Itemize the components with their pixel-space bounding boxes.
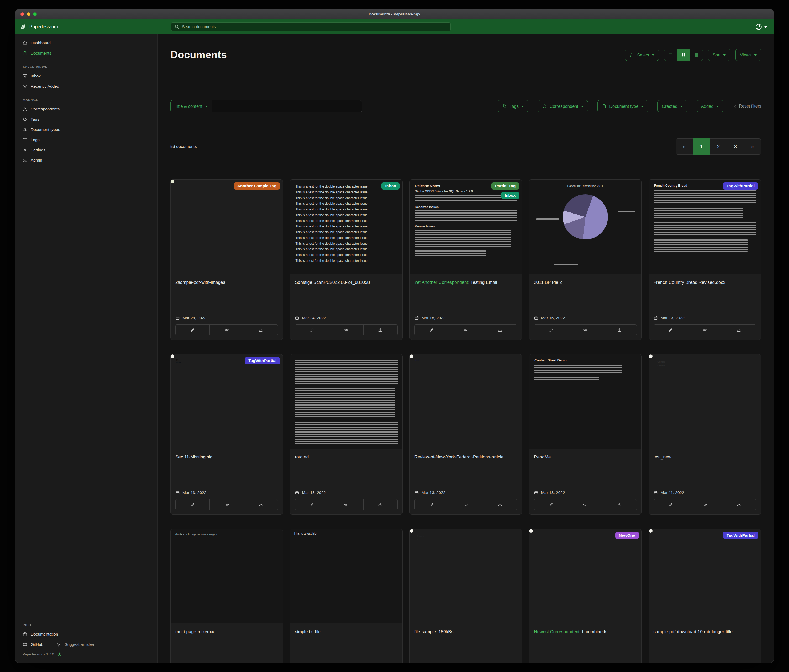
- document-thumbnail[interactable]: Review of New York Federal Petitions for…: [410, 354, 522, 449]
- view-document-button[interactable]: [449, 325, 483, 336]
- edit-document-button[interactable]: [175, 499, 210, 510]
- download-document-button[interactable]: [244, 325, 278, 336]
- filter-created-button[interactable]: Created: [658, 100, 687, 112]
- document-title[interactable]: Yet Another Correspondent: Testing Email: [414, 279, 517, 286]
- download-document-button[interactable]: [483, 499, 517, 510]
- filter-tags-button[interactable]: Tags: [498, 100, 529, 112]
- download-document-button[interactable]: [363, 499, 398, 510]
- tag-badge[interactable]: TagWithPartial: [244, 357, 280, 364]
- tag-badge[interactable]: TagWithPartial: [723, 182, 758, 189]
- user-menu-button[interactable]: [755, 23, 767, 30]
- sidebar-item-documentation[interactable]: Documentation: [15, 629, 158, 639]
- edit-document-button[interactable]: [534, 499, 568, 510]
- view-document-button[interactable]: [209, 499, 244, 510]
- document-thumbnail[interactable]: Lorem ipsumLorem ipsum dolor sit amet, c…: [410, 529, 522, 623]
- pagination-next-button[interactable]: »: [744, 139, 761, 155]
- document-thumbnail[interactable]: This is a test file.: [290, 529, 402, 623]
- view-mode-grid-button[interactable]: [677, 49, 690, 61]
- sidebar-item-recently-added[interactable]: Recently Added: [15, 81, 158, 91]
- edit-document-button[interactable]: [414, 325, 449, 336]
- document-title[interactable]: file-sample_150kBs: [414, 629, 517, 635]
- brand[interactable]: Paperless-ngx: [20, 24, 171, 30]
- document-title[interactable]: 2sample-pdf-with-images: [175, 279, 278, 286]
- sidebar-item-document-types[interactable]: Document types: [15, 124, 158, 135]
- document-thumbnail[interactable]: Another Sample Tag: [171, 180, 283, 274]
- minimize-window-button[interactable]: [27, 12, 30, 16]
- document-thumbnail[interactable]: Release NotesSimba ODBC Driver for SQL S…: [410, 180, 522, 274]
- edit-document-button[interactable]: [295, 499, 329, 510]
- download-document-button[interactable]: [244, 499, 278, 510]
- correspondent-link[interactable]: Yet Another Correspondent:: [414, 280, 469, 285]
- tag-badge[interactable]: Inbox: [382, 182, 399, 189]
- sidebar-item-suggest-idea[interactable]: Suggest an idea: [48, 639, 98, 650]
- document-thumbnail[interactable]: This is a multi page document. Page 1.: [171, 529, 283, 623]
- sidebar-item-inbox[interactable]: Inbox: [15, 71, 158, 81]
- sort-button[interactable]: Sort: [708, 49, 730, 61]
- document-title[interactable]: French Country Bread Revised.docx: [653, 279, 756, 286]
- info-icon[interactable]: [57, 652, 62, 656]
- sidebar-item-logs[interactable]: Logs: [15, 135, 158, 145]
- views-button[interactable]: Views: [735, 49, 761, 61]
- filter-text-input[interactable]: [212, 100, 362, 112]
- download-document-button[interactable]: [363, 325, 398, 336]
- document-title[interactable]: Review-of-New-York-Federal-Petitions-art…: [414, 454, 517, 460]
- document-thumbnail[interactable]: Contact Sheet Demo: [529, 354, 641, 449]
- global-search[interactable]: [171, 22, 451, 31]
- document-thumbnail[interactable]: This is a test for the double space char…: [290, 180, 402, 274]
- search-input[interactable]: [182, 24, 447, 29]
- pagination-page-1-button[interactable]: 1: [693, 139, 710, 155]
- document-title[interactable]: rotated: [295, 454, 398, 460]
- view-document-button[interactable]: [329, 499, 364, 510]
- document-title[interactable]: 2011 BP Pie 2: [534, 279, 637, 286]
- edit-document-button[interactable]: [653, 325, 688, 336]
- view-document-button[interactable]: [329, 325, 364, 336]
- document-thumbnail[interactable]: NewOne: [529, 529, 641, 623]
- view-document-button[interactable]: [449, 499, 483, 510]
- document-thumbnail[interactable]: [290, 354, 402, 449]
- view-document-button[interactable]: [568, 325, 602, 336]
- sidebar-item-settings[interactable]: Settings: [15, 145, 158, 155]
- tag-badge[interactable]: Another Sample Tag: [233, 182, 280, 189]
- pagination-prev-button[interactable]: «: [676, 139, 693, 155]
- document-title[interactable]: Newest Correspondent: f_combineds: [534, 629, 637, 635]
- sidebar-item-dashboard[interactable]: Dashboard: [15, 38, 158, 48]
- edit-document-button[interactable]: [414, 499, 449, 510]
- document-thumbnail[interactable]: Patient BP Distribution 2011: [529, 180, 641, 274]
- download-document-button[interactable]: [483, 325, 517, 336]
- view-document-button[interactable]: [568, 499, 602, 510]
- document-title[interactable]: test_new: [653, 454, 756, 460]
- select-button[interactable]: Select: [625, 49, 659, 61]
- pagination-page-2-button[interactable]: 2: [710, 139, 727, 155]
- edit-document-button[interactable]: [175, 325, 210, 336]
- close-window-button[interactable]: [21, 12, 24, 16]
- correspondent-link[interactable]: Newest Correspondent:: [534, 629, 581, 634]
- view-mode-cards-button[interactable]: [690, 49, 703, 61]
- view-document-button[interactable]: [688, 325, 722, 336]
- filter-document-type-button[interactable]: Document type: [597, 100, 648, 112]
- sidebar-item-github[interactable]: GitHub: [15, 639, 48, 650]
- document-title[interactable]: Sonstige ScanPC2022 03-24_081058: [295, 279, 398, 286]
- edit-document-button[interactable]: [534, 325, 568, 336]
- filter-added-button[interactable]: Added: [696, 100, 724, 112]
- sidebar-item-admin[interactable]: Admin: [15, 155, 158, 165]
- tag-badge[interactable]: NewOne: [615, 532, 639, 539]
- document-title[interactable]: ReadMe: [534, 454, 637, 460]
- document-thumbnail[interactable]: Adobe Acrobat PDF Files: [649, 354, 761, 449]
- document-title[interactable]: Sec 11-Missing sig: [175, 454, 278, 460]
- pagination-page-3-button[interactable]: 3: [727, 139, 744, 155]
- document-title[interactable]: multi-page-mixedxx: [175, 629, 278, 635]
- document-thumbnail[interactable]: TagWithPartial: [649, 529, 761, 623]
- download-document-button[interactable]: [602, 325, 637, 336]
- view-document-button[interactable]: [688, 499, 722, 510]
- view-mode-list-button[interactable]: [664, 49, 677, 61]
- download-document-button[interactable]: [722, 325, 756, 336]
- sidebar-item-correspondents[interactable]: Correspondents: [15, 104, 158, 114]
- filter-correspondent-button[interactable]: Correspondent: [538, 100, 588, 112]
- tag-badge[interactable]: TagWithPartial: [723, 532, 758, 539]
- sidebar-item-documents[interactable]: Documents: [15, 48, 158, 58]
- document-title[interactable]: sample-pdf-download-10-mb-longer-title: [653, 629, 756, 635]
- edit-document-button[interactable]: [295, 325, 329, 336]
- download-document-button[interactable]: [602, 499, 637, 510]
- document-thumbnail[interactable]: French Country Bread TagWithPartial: [649, 180, 761, 274]
- zoom-window-button[interactable]: [33, 12, 37, 16]
